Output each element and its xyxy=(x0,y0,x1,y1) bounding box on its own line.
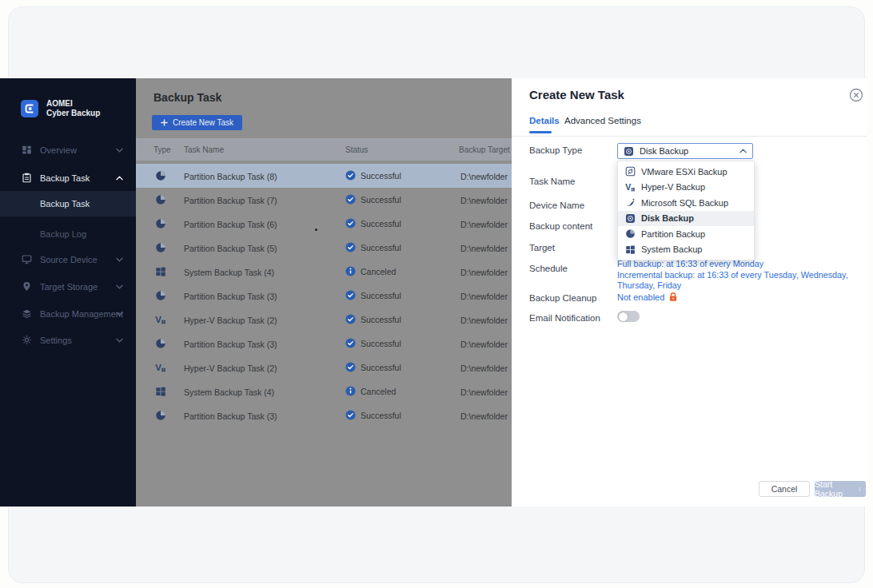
create-new-task-drawer: Create New Task Details Advanced Setting… xyxy=(512,78,867,507)
hyperv-type-icon: V xyxy=(155,314,166,325)
chevron-down-icon xyxy=(116,148,123,153)
cancel-button[interactable]: Cancel xyxy=(759,481,810,497)
drawer-title: Create New Task xyxy=(529,88,624,101)
status-label: Canceled xyxy=(361,267,396,276)
active-tab-underline xyxy=(529,131,552,133)
backup-target-cell: D:\newfolder xyxy=(460,364,508,373)
sidebar-item-settings[interactable]: Settings xyxy=(0,329,136,352)
status-cell: Successful xyxy=(345,242,401,252)
status-label: Successful xyxy=(361,243,401,252)
backup-cleanup-value[interactable]: Not enabled xyxy=(617,292,678,302)
table-row[interactable]: Partition Backup Task (6)SuccessfulD:\ne… xyxy=(136,212,512,236)
backup-target-cell: D:\newfolder xyxy=(460,244,508,253)
hyperv-icon: V xyxy=(625,182,636,193)
backup-type-select[interactable]: Disk Backup xyxy=(617,143,753,159)
task-name-cell: Hyper-V Backup Task (2) xyxy=(184,364,277,373)
success-icon xyxy=(345,290,356,300)
task-name-cell: System Backup Task (4) xyxy=(184,387,274,397)
status-label: Successful xyxy=(361,339,401,348)
layers-icon xyxy=(22,308,32,319)
dropdown-option-disk-backup[interactable]: Disk Backup xyxy=(618,211,754,227)
canceled-icon xyxy=(345,386,356,396)
email-notification-toggle[interactable] xyxy=(617,311,640,322)
dropdown-option-hyper-v-backup[interactable]: VHyper-V Backup xyxy=(618,180,754,196)
sidebar-item-label: Target Storage xyxy=(40,282,98,292)
backup-target-cell: D:\newfolder xyxy=(460,411,508,421)
create-new-task-button[interactable]: Create New Task xyxy=(152,115,242,130)
label-device-name: Device Name xyxy=(529,201,584,210)
sidebar-item-label: Backup Task xyxy=(40,173,90,183)
status-cell: Successful xyxy=(345,170,401,181)
toggle-knob xyxy=(619,312,628,321)
schedule-value: Full backup: at 16:33 of every Monday In… xyxy=(617,259,867,292)
brand-name: AOMEI Cyber Backup xyxy=(46,99,100,118)
backup-task-panel: Backup Task Create New Task Type Task Na… xyxy=(136,78,512,507)
start-backup-button[interactable]: Start Backup xyxy=(815,481,866,497)
sidebar-item-label: Overview xyxy=(40,145,77,155)
chevron-down-icon xyxy=(859,487,866,491)
backup-target-cell: D:\newfolder xyxy=(460,268,508,277)
partition-type-icon xyxy=(155,170,166,181)
backup-target-cell: D:\newfolder xyxy=(460,316,508,325)
sidebar-item-target-storage[interactable]: Target Storage xyxy=(0,276,136,298)
sidebar-subitem-backup-task[interactable]: Backup Task xyxy=(0,191,136,217)
label-backup-type: Backup Type xyxy=(529,145,582,155)
success-icon xyxy=(345,338,356,348)
table-row[interactable]: VHyper-V Backup Task (2)SuccessfulD:\new… xyxy=(136,308,512,332)
table-row[interactable]: Partition Backup Task (8)SuccessfulD:\ne… xyxy=(136,164,512,188)
backup-type-value: Disk Backup xyxy=(640,146,688,156)
tab-details[interactable]: Details xyxy=(529,116,560,125)
status-cell: Successful xyxy=(345,362,401,372)
status-label: Canceled xyxy=(361,387,396,396)
sidebar-item-backup-task[interactable]: Backup Task xyxy=(0,167,136,189)
gear-icon xyxy=(22,335,32,345)
status-label: Successful xyxy=(361,219,401,228)
dropdown-option-system-backup[interactable]: System Backup xyxy=(618,242,754,258)
label-task-name: Task Name xyxy=(529,177,576,186)
close-icon[interactable] xyxy=(849,88,863,102)
table-row[interactable]: Partition Backup Task (5)SuccessfulD:\ne… xyxy=(136,236,512,260)
partition-type-icon xyxy=(155,194,166,205)
sidebar-subitem-label: Backup Task xyxy=(40,199,90,209)
lock-icon xyxy=(668,292,678,302)
column-task-name: Task Name xyxy=(184,145,224,154)
disk-icon xyxy=(625,213,636,224)
dropdown-option-vmware-esxi-backup[interactable]: VMware ESXi Backup xyxy=(618,164,754,180)
chevron-down-icon xyxy=(116,312,123,316)
partition-type-icon xyxy=(155,410,166,421)
not-enabled-link[interactable]: Not enabled xyxy=(617,292,664,302)
plus-icon xyxy=(161,119,168,126)
monitor-icon xyxy=(22,254,32,264)
sidebar-item-source-device[interactable]: Source Device xyxy=(0,248,136,271)
app-window: AOMEI Cyber Backup OverviewBackup TaskBa… xyxy=(0,78,867,507)
status-cell: Successful xyxy=(345,290,401,300)
sidebar-item-label: Backup Management xyxy=(40,309,123,319)
table-row[interactable]: VHyper-V Backup Task (2)SuccessfulD:\new… xyxy=(136,356,512,379)
canceled-icon xyxy=(345,266,356,276)
table-row[interactable]: Partition Backup Task (3)SuccessfulD:\ne… xyxy=(136,332,512,356)
table-row[interactable]: System Backup Task (4)CanceledD:\newfold… xyxy=(136,379,512,403)
tab-advanced-settings[interactable]: Advanced Settings xyxy=(564,116,641,125)
stray-dot xyxy=(315,228,317,231)
hyperv-type-icon: V xyxy=(155,362,166,373)
sidebar-subitem-label: Backup Log xyxy=(40,229,86,239)
dropdown-option-microsoft-sql-backup[interactable]: Microsoft SQL Backup xyxy=(618,195,754,211)
sidebar-subitem-backup-log[interactable]: Backup Log xyxy=(0,221,136,247)
dropdown-option-partition-backup[interactable]: Partition Backup xyxy=(618,226,754,242)
table-row[interactable]: Partition Backup Task (7)SuccessfulD:\ne… xyxy=(136,188,512,212)
success-icon xyxy=(345,194,356,205)
sidebar-item-overview[interactable]: Overview xyxy=(0,139,136,161)
dashboard-icon xyxy=(22,145,32,155)
backup-target-cell: D:\newfolder xyxy=(460,387,508,397)
page-title: Backup Task xyxy=(153,91,221,104)
table-header: Type Task Name Status Backup Target xyxy=(136,138,512,161)
table-row[interactable]: Partition Backup Task (3)SuccessfulD:\ne… xyxy=(136,284,512,308)
table-row[interactable]: Partition Backup Task (3)SuccessfulD:\ne… xyxy=(136,403,512,427)
status-cell: Successful xyxy=(345,314,401,324)
status-cell: Successful xyxy=(345,338,401,348)
task-name-cell: Partition Backup Task (6) xyxy=(184,220,277,229)
sidebar-item-backup-management[interactable]: Backup Management xyxy=(0,303,136,325)
table-row[interactable]: System Backup Task (4)CanceledD:\newfold… xyxy=(136,260,512,284)
partition-type-icon xyxy=(155,290,166,301)
brand-logo: AOMEI Cyber Backup xyxy=(21,99,100,118)
